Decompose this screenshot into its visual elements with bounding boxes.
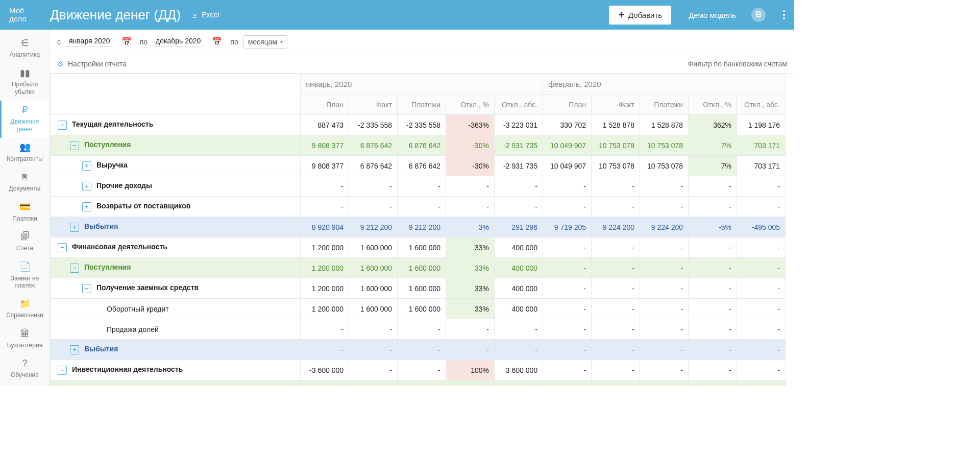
sidebar-item-1[interactable]: ▮▮Прибыли убытки (0, 63, 50, 101)
sidebar-item-7[interactable]: 📄Заявки на платеж (0, 257, 50, 295)
sidebar-item-10[interactable]: ?Обучение (0, 354, 50, 384)
nav-icon: ▮▮ (19, 67, 31, 79)
sidebar-item-5[interactable]: 💳Платежи (0, 198, 50, 227)
logo[interactable]: Моё дело (9, 7, 40, 23)
sidebar-item-6[interactable]: 🗐Счета (0, 227, 50, 257)
sidebar-item-9[interactable]: 🏛Бухгалтерия (0, 324, 50, 354)
table-row: +Возвраты от поставщиков---------- (51, 197, 786, 217)
pct-cell: - (446, 319, 495, 340)
sidebar-item-0[interactable]: ∈Аналитика (0, 34, 50, 63)
to-date[interactable]: декабрь 2020 (153, 37, 204, 46)
row-name-cell[interactable]: −Получение заемных средств (51, 278, 301, 299)
fact-cell: - (349, 197, 398, 217)
plan-cell: 8 920 904 (301, 217, 349, 237)
row-name-cell[interactable]: −Финансовая деятельность (51, 237, 301, 258)
abs-cell: - (495, 176, 543, 197)
pct-cell: 7% (689, 135, 737, 156)
fact-cell: - (592, 319, 640, 340)
nav-icon: 📄 (19, 261, 31, 273)
gear-icon[interactable]: ⚙ (57, 60, 64, 68)
row-name-cell[interactable]: +Выбытия (51, 340, 301, 360)
plan-cell: - (543, 258, 592, 278)
bank-filter-link[interactable]: Фильтр по банковским счетам (688, 60, 787, 68)
row-name-cell[interactable]: −Инвестиционная деятельность (51, 360, 301, 380)
plan-cell: - (543, 319, 592, 340)
fact-cell: - (349, 176, 398, 197)
collapse-icon[interactable]: − (70, 264, 79, 273)
month-header: январь, 2020 (301, 74, 543, 94)
abs-cell: - (495, 380, 543, 387)
plan-cell: - (543, 360, 592, 380)
pct-cell: - (689, 319, 737, 340)
column-header: Откл., абс. (737, 94, 786, 115)
collapse-icon[interactable]: − (58, 243, 67, 252)
column-header: Откл., % (446, 94, 495, 115)
pay-cell: 1 600 000 (398, 299, 446, 319)
table-row: −Получение заемных средств1 200 0001 600… (51, 278, 786, 299)
nav-label: Платежи (12, 215, 37, 222)
avatar[interactable]: В (751, 8, 766, 22)
expand-icon[interactable]: + (82, 161, 91, 171)
row-name-cell[interactable]: −Поступления (51, 135, 301, 156)
pct-cell: - (446, 340, 495, 360)
collapse-icon[interactable]: − (82, 284, 91, 293)
sidebar-item-8[interactable]: 📁Справочники (0, 294, 50, 324)
from-label: с (57, 38, 61, 46)
table-scroll[interactable]: январь, 2020февраль, 2020ПланФактПлатежи… (50, 74, 794, 386)
pay-cell: -2 335 558 (398, 115, 446, 135)
export-excel-label: Excel (202, 11, 219, 19)
collapse-icon[interactable]: − (58, 366, 67, 375)
calendar-icon[interactable]: 📅 (212, 37, 222, 46)
row-name-cell[interactable]: −Текущая деятельность (51, 115, 301, 135)
abs-cell: -2 931 735 (495, 135, 543, 156)
collapse-icon[interactable]: − (58, 121, 67, 130)
collapse-icon[interactable]: − (70, 141, 79, 150)
pct-cell: - (689, 237, 737, 258)
pay-cell: - (398, 319, 446, 340)
row-name-cell[interactable]: +Выручка (51, 156, 301, 176)
plan-cell: - (301, 319, 349, 340)
pct-cell: -5% (689, 217, 737, 237)
row-name-cell[interactable]: Оборотный кредит (51, 299, 301, 319)
period-dropdown[interactable]: месяцам ▾ (243, 35, 287, 49)
row-name-cell[interactable]: +Возвраты от поставщиков (51, 197, 301, 217)
report-settings-link[interactable]: Настройки отчета (68, 60, 127, 68)
abs-cell: - (737, 197, 786, 217)
row-name-cell[interactable]: −Поступления (51, 258, 301, 278)
calendar-icon[interactable]: 📅 (121, 37, 132, 46)
table-row: −Финансовая деятельность1 200 0001 600 0… (51, 237, 786, 258)
plan-cell: 9 808 377 (301, 135, 349, 156)
row-name-cell[interactable]: Продажа долей (51, 319, 301, 340)
row-name-cell[interactable]: +Поступления (51, 380, 301, 387)
sidebar-item-2[interactable]: ₽Движение денег (0, 101, 50, 138)
logo-line2: дело (9, 15, 40, 23)
abs-cell: - (737, 278, 786, 299)
row-name-cell[interactable]: +Прочие доходы (51, 176, 301, 197)
sidebar-item-4[interactable]: 🗎Документы (0, 168, 50, 197)
expand-icon[interactable]: + (70, 345, 79, 354)
plan-cell: 887 473 (301, 115, 349, 135)
sidebar-item-3[interactable]: 👥Контрагенты (0, 138, 50, 168)
nav-icon: 🗎 (19, 172, 31, 183)
row-name-cell[interactable]: +Выбытия (51, 217, 301, 237)
table-row: +Выбытия8 920 9049 212 2009 212 2003%291… (51, 217, 786, 237)
pay-cell: 1 528 878 (640, 115, 689, 135)
add-button[interactable]: + Добавить (609, 6, 671, 25)
from-date[interactable]: января 2020 (66, 37, 113, 46)
kebab-menu-icon[interactable] (783, 10, 785, 19)
abs-cell: 400 000 (495, 237, 543, 258)
export-excel-button[interactable]: Excel (191, 11, 219, 19)
expand-icon[interactable]: + (82, 182, 91, 191)
expand-icon[interactable]: + (70, 223, 79, 232)
plan-cell: - (543, 278, 592, 299)
fact-cell: - (349, 340, 398, 360)
pct-cell: - (689, 299, 737, 319)
plan-cell: 1 200 000 (301, 299, 349, 319)
nav-icon: ₽ (19, 105, 31, 116)
fact-cell: - (349, 360, 398, 380)
pct-cell: - (689, 380, 737, 387)
pct-cell: -30% (446, 156, 495, 176)
expand-icon[interactable]: + (82, 202, 91, 211)
user-name[interactable]: Демо модель (689, 11, 736, 19)
plan-cell: - (543, 380, 592, 387)
